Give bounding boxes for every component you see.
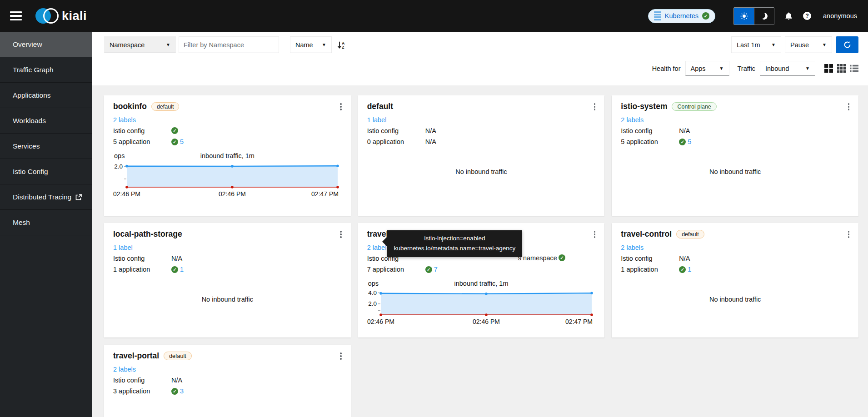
namespace-card-bookinfo: bookinfodefault2 labelsIstio config✓5 ap… [104,95,351,216]
nav-toggle-button[interactable] [10,11,22,20]
card-actions-kebab-button[interactable] [847,102,851,112]
health-for-select[interactable]: Apps ▼ [685,61,729,76]
istio-config-status: N/A [425,127,436,134]
namespace-filter-input[interactable] [179,36,279,53]
traffic-direction-value: Inbound [765,65,789,72]
no-inbound-traffic-text: No inbound traffic [113,296,342,303]
applications-count-link[interactable]: 3 [180,387,184,395]
card-actions-kebab-button[interactable] [339,102,343,112]
filter-type-select[interactable]: Namespace ▼ [104,36,176,53]
sidebar-nav: OverviewTraffic GraphApplicationsWorkloa… [0,32,92,417]
help-button[interactable]: ? [803,12,811,20]
labels-link[interactable]: 2 labels [621,244,644,251]
cluster-health-check-icon: ✓ [702,12,709,20]
card-actions-kebab-button[interactable] [339,229,343,239]
applications-status[interactable]: N/A [425,138,436,145]
theme-toggle [733,7,774,25]
chevron-down-icon: ▼ [771,42,776,47]
istio-config-status[interactable]: ✓ [171,127,178,134]
tooltip-line: istio-injection=enabled [394,233,516,243]
card-actions-kebab-button[interactable] [593,102,597,112]
svg-text:02:46 PM: 02:46 PM [367,318,394,325]
chevron-down-icon: ▼ [322,42,326,47]
namespace-name[interactable]: travel-portal [113,351,159,361]
sidebar-item-services[interactable]: Services [0,134,92,159]
brand-name: kiali [62,9,87,23]
namespace-cards-grid: bookinfodefault2 labelsIstio config✓5 ap… [92,85,868,417]
sparkline-svg: 4.02.002:46 PM02:46 PM02:47 PM [367,288,595,326]
applications-count-link[interactable]: 1 [180,266,184,273]
sidebar-item-distributed-tracing[interactable]: Distributed Tracing [0,184,92,210]
svg-text:2.0: 2.0 [114,163,123,170]
namespace-type-badge: default [164,352,192,360]
notifications-button[interactable] [784,12,793,20]
username: anonymous [823,12,857,20]
applications-status[interactable]: ✓3 [171,387,184,395]
no-inbound-traffic-text: No inbound traffic [621,168,849,175]
inbound-traffic-chart: opsinbound traffic, 1m4.02.002:46 PM02:4… [367,279,596,328]
applications-row: 0 applicationN/A [367,137,596,146]
namespace-card-travel-agency: travel-agencydefault2 labelsIstio config… [358,223,605,338]
dark-theme-button[interactable] [754,8,774,25]
labels-link[interactable]: 1 label [113,244,133,251]
cluster-badge[interactable]: Kubernetes ✓ [648,9,715,23]
card-actions-kebab-button[interactable] [847,229,851,239]
duration-select[interactable]: Last 1m ▼ [731,36,781,53]
applications-row: 1 application✓1 [113,265,342,274]
list-view-icon[interactable] [850,64,858,73]
card-actions-kebab-button[interactable] [339,351,343,361]
applications-status[interactable]: ✓1 [171,266,184,273]
sort-by-select[interactable]: Name ▼ [290,36,332,53]
namespace-name[interactable]: istio-system [621,102,667,111]
applications-count-link[interactable]: 5 [180,138,184,145]
healthy-check-icon: ✓ [171,266,178,273]
expanded-view-icon[interactable] [824,64,833,73]
istio-config-label: Istio config [113,377,171,384]
refresh-button[interactable] [836,36,858,53]
applications-count-link[interactable]: 5 [688,138,691,145]
namespace-name[interactable]: travel-control [621,229,672,239]
refresh-interval-select[interactable]: Pause ▼ [785,36,832,53]
chevron-down-icon: ▼ [805,66,810,71]
labels-link[interactable]: 1 label [367,116,387,124]
applications-count-link[interactable]: 1 [688,266,691,273]
sidebar-item-workloads[interactable]: Workloads [0,108,92,134]
sidebar-item-overview[interactable]: Overview [0,32,92,57]
sidebar-item-traffic-graph[interactable]: Traffic Graph [0,57,92,83]
sort-by-value: Name [295,41,313,49]
traffic-label: Traffic [738,65,755,72]
card-actions-kebab-button[interactable] [593,229,597,239]
applications-status[interactable]: ✓5 [679,138,691,145]
sidebar-item-label: Services [13,142,40,150]
istio-config-row: Istio configN/A [113,254,342,263]
applications-status[interactable]: ✓7 [425,266,438,273]
labels-link[interactable]: 2 labels [621,116,644,124]
main-content: Namespace ▼ Name ▼ A Z Last 1m ▼ [92,32,868,417]
svg-text:A: A [342,41,344,45]
sort-order-button[interactable]: A Z [337,41,345,49]
applications-count-link[interactable]: 7 [434,266,438,273]
labels-link[interactable]: 2 labels [113,116,136,124]
applications-row: 1 application✓1 [621,265,849,274]
light-theme-button[interactable] [734,8,754,25]
namespace-name[interactable]: default [367,102,393,111]
masthead: kiali Kubernetes ✓ [0,0,868,32]
sidebar-item-mesh[interactable]: Mesh [0,210,92,235]
sidebar-item-istio-config[interactable]: Istio Config [0,159,92,184]
health-for-label: Health for [652,65,681,72]
overview-toolbar: Namespace ▼ Name ▼ A Z Last 1m ▼ [92,32,868,85]
labels-link[interactable]: 2 labels [113,366,136,373]
applications-status[interactable]: ✓5 [171,138,184,145]
applications-row: 7 application✓7 [367,265,596,274]
traffic-direction-select[interactable]: Inbound ▼ [760,61,815,76]
istio-config-row: Istio configN/A [113,376,342,385]
sparkline-svg: 2.002:46 PM02:46 PM02:47 PM [113,161,341,198]
sidebar-item-applications[interactable]: Applications [0,83,92,108]
namespace-name[interactable]: bookinfo [113,102,147,111]
applications-row: 5 application✓5 [113,137,342,146]
compact-view-icon[interactable] [837,64,846,73]
istio-config-status-fragment: s namespace✓ [518,254,565,262]
applications-status[interactable]: ✓1 [679,266,691,273]
namespace-name[interactable]: local-path-storage [113,229,182,239]
duration-value: Last 1m [737,41,760,49]
